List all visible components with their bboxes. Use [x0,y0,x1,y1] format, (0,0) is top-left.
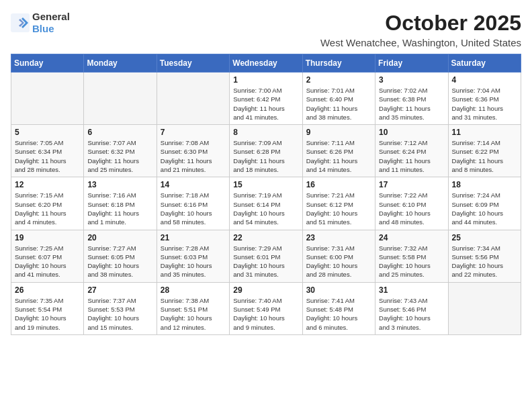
day-number: 9 [306,128,371,137]
day-info: Sunrise: 7:02 AM Sunset: 6:38 PM Dayligh… [379,86,444,122]
day-info: Sunrise: 7:01 AM Sunset: 6:40 PM Dayligh… [306,86,371,122]
calendar-cell: 21Sunrise: 7:28 AM Sunset: 6:03 PM Dayli… [157,230,229,282]
calendar-cell: 16Sunrise: 7:21 AM Sunset: 6:12 PM Dayli… [302,177,375,230]
day-info: Sunrise: 7:24 AM Sunset: 6:09 PM Dayligh… [452,191,517,226]
calendar-cell: 20Sunrise: 7:27 AM Sunset: 6:05 PM Dayli… [84,230,157,282]
title-area: October 2025 West Wenatchee, Washington,… [320,11,521,48]
week-row-5: 26Sunrise: 7:35 AM Sunset: 5:54 PM Dayli… [11,282,521,334]
logo-general: General [32,11,70,22]
day-number: 27 [87,285,152,295]
day-info: Sunrise: 7:32 AM Sunset: 5:58 PM Dayligh… [379,244,444,279]
day-info: Sunrise: 7:15 AM Sunset: 6:20 PM Dayligh… [15,191,80,226]
calendar-body: 1Sunrise: 7:00 AM Sunset: 6:42 PM Daylig… [11,73,521,335]
day-number: 23 [306,233,371,242]
day-number: 20 [87,233,152,242]
calendar-cell: 27Sunrise: 7:37 AM Sunset: 5:53 PM Dayli… [84,282,157,334]
day-number: 2 [306,75,371,85]
calendar-cell [84,73,157,125]
calendar-cell: 1Sunrise: 7:00 AM Sunset: 6:42 PM Daylig… [230,73,302,125]
day-info: Sunrise: 7:35 AM Sunset: 5:54 PM Dayligh… [15,296,80,332]
calendar-cell: 15Sunrise: 7:19 AM Sunset: 6:14 PM Dayli… [230,177,302,230]
calendar-cell [157,73,229,125]
calendar-cell: 26Sunrise: 7:35 AM Sunset: 5:54 PM Dayli… [11,282,84,334]
calendar-cell: 31Sunrise: 7:43 AM Sunset: 5:46 PM Dayli… [375,282,448,334]
calendar-cell: 5Sunrise: 7:05 AM Sunset: 6:34 PM Daylig… [11,125,84,177]
day-header-saturday: Saturday [448,54,521,73]
day-info: Sunrise: 7:16 AM Sunset: 6:18 PM Dayligh… [87,191,152,226]
calendar-cell: 2Sunrise: 7:01 AM Sunset: 6:40 PM Daylig… [302,73,375,125]
day-info: Sunrise: 7:40 AM Sunset: 5:49 PM Dayligh… [233,296,298,332]
day-number: 10 [379,128,444,137]
day-info: Sunrise: 7:11 AM Sunset: 6:26 PM Dayligh… [306,138,371,174]
day-number: 29 [233,285,298,295]
day-header-friday: Friday [375,54,448,73]
day-info: Sunrise: 7:27 AM Sunset: 6:05 PM Dayligh… [87,244,152,279]
calendar-cell: 6Sunrise: 7:07 AM Sunset: 6:32 PM Daylig… [84,125,157,177]
day-info: Sunrise: 7:22 AM Sunset: 6:10 PM Dayligh… [379,191,444,226]
day-number: 22 [233,233,298,242]
day-number: 21 [161,233,226,242]
calendar-cell: 29Sunrise: 7:40 AM Sunset: 5:49 PM Dayli… [230,282,302,334]
calendar-cell: 7Sunrise: 7:08 AM Sunset: 6:30 PM Daylig… [157,125,229,177]
calendar-cell: 3Sunrise: 7:02 AM Sunset: 6:38 PM Daylig… [375,73,448,125]
day-number: 4 [452,75,517,85]
week-row-4: 19Sunrise: 7:25 AM Sunset: 6:07 PM Dayli… [11,230,521,282]
day-header-thursday: Thursday [302,54,375,73]
day-number: 3 [379,75,444,85]
day-info: Sunrise: 7:37 AM Sunset: 5:53 PM Dayligh… [87,296,152,332]
calendar-cell: 18Sunrise: 7:24 AM Sunset: 6:09 PM Dayli… [448,177,521,230]
day-number: 13 [87,180,152,189]
day-info: Sunrise: 7:09 AM Sunset: 6:28 PM Dayligh… [233,138,298,174]
day-number: 7 [161,128,226,137]
week-row-2: 5Sunrise: 7:05 AM Sunset: 6:34 PM Daylig… [11,125,521,177]
day-number: 11 [452,128,517,137]
day-number: 6 [87,128,152,137]
location-title: West Wenatchee, Washington, United State… [320,37,521,48]
day-info: Sunrise: 7:04 AM Sunset: 6:36 PM Dayligh… [452,86,517,122]
calendar-cell: 30Sunrise: 7:41 AM Sunset: 5:48 PM Dayli… [302,282,375,334]
day-info: Sunrise: 7:38 AM Sunset: 5:51 PM Dayligh… [161,296,226,332]
logo: General Blue [11,11,70,35]
calendar-cell: 11Sunrise: 7:14 AM Sunset: 6:22 PM Dayli… [448,125,521,177]
month-title: October 2025 [320,11,521,36]
day-info: Sunrise: 7:29 AM Sunset: 6:01 PM Dayligh… [233,244,298,279]
day-info: Sunrise: 7:12 AM Sunset: 6:24 PM Dayligh… [379,138,444,174]
day-info: Sunrise: 7:05 AM Sunset: 6:34 PM Dayligh… [15,138,80,174]
day-number: 14 [161,180,226,189]
day-info: Sunrise: 7:31 AM Sunset: 6:00 PM Dayligh… [306,244,371,279]
calendar-header: SundayMondayTuesdayWednesdayThursdayFrid… [11,54,521,73]
day-number: 5 [15,128,80,137]
page-header: General Blue October 2025 West Wenatchee… [11,11,521,48]
day-info: Sunrise: 7:00 AM Sunset: 6:42 PM Dayligh… [233,86,298,122]
day-info: Sunrise: 7:08 AM Sunset: 6:30 PM Dayligh… [161,138,226,174]
day-info: Sunrise: 7:28 AM Sunset: 6:03 PM Dayligh… [161,244,226,279]
calendar-cell: 9Sunrise: 7:11 AM Sunset: 6:26 PM Daylig… [302,125,375,177]
day-info: Sunrise: 7:19 AM Sunset: 6:14 PM Dayligh… [233,191,298,226]
day-header-wednesday: Wednesday [230,54,302,73]
day-number: 1 [233,75,298,85]
week-row-1: 1Sunrise: 7:00 AM Sunset: 6:42 PM Daylig… [11,73,521,125]
calendar-cell: 19Sunrise: 7:25 AM Sunset: 6:07 PM Dayli… [11,230,84,282]
logo-icon [11,13,30,32]
calendar-cell: 17Sunrise: 7:22 AM Sunset: 6:10 PM Dayli… [375,177,448,230]
calendar-cell: 10Sunrise: 7:12 AM Sunset: 6:24 PM Dayli… [375,125,448,177]
day-header-monday: Monday [84,54,157,73]
day-info: Sunrise: 7:14 AM Sunset: 6:22 PM Dayligh… [452,138,517,174]
day-info: Sunrise: 7:34 AM Sunset: 5:56 PM Dayligh… [452,244,517,279]
day-number: 28 [161,285,226,295]
day-number: 8 [233,128,298,137]
calendar-cell: 14Sunrise: 7:18 AM Sunset: 6:16 PM Dayli… [157,177,229,230]
day-header-sunday: Sunday [11,54,84,73]
calendar-cell: 8Sunrise: 7:09 AM Sunset: 6:28 PM Daylig… [230,125,302,177]
day-info: Sunrise: 7:21 AM Sunset: 6:12 PM Dayligh… [306,191,371,226]
day-number: 16 [306,180,371,189]
calendar-cell [11,73,84,125]
header-row: SundayMondayTuesdayWednesdayThursdayFrid… [11,54,521,73]
day-number: 25 [452,233,517,242]
day-info: Sunrise: 7:07 AM Sunset: 6:32 PM Dayligh… [87,138,152,174]
calendar-cell: 28Sunrise: 7:38 AM Sunset: 5:51 PM Dayli… [157,282,229,334]
calendar-cell: 13Sunrise: 7:16 AM Sunset: 6:18 PM Dayli… [84,177,157,230]
day-number: 26 [15,285,80,295]
week-row-3: 12Sunrise: 7:15 AM Sunset: 6:20 PM Dayli… [11,177,521,230]
day-number: 12 [15,180,80,189]
